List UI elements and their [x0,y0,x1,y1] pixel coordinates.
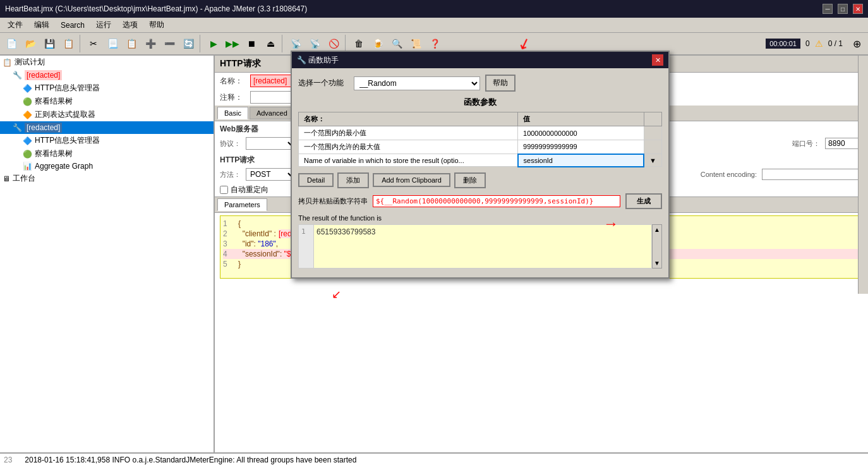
tree-item-thread-group-2[interactable]: 🔧 [redacted] [0,121,214,134]
menu-file[interactable]: 文件 [3,18,28,32]
tab-basic[interactable]: Basic [217,107,248,119]
tree-label-header-2: HTTP信息头管理器 [35,135,100,146]
function-select[interactable]: __Random [354,76,480,90]
params-section-title: 函数参数 [298,97,662,108]
redirect-checkbox[interactable] [220,186,228,194]
collapse-button[interactable]: ➖ [160,35,178,52]
tree-item-aggregate-graph[interactable]: 📊 Aggregate Graph [0,160,214,172]
add-button[interactable]: 添加 [337,172,369,188]
tree-item-test-plan[interactable]: 📋 测试计划 [0,56,214,69]
paste-button[interactable]: 📋 [123,35,140,52]
remote-stop-button[interactable]: 🚫 [325,35,342,52]
start-no-pause-button[interactable]: ▶▶ [224,35,241,52]
shutdown-button[interactable]: ⏏ [262,35,279,52]
tree-item-regex-1[interactable]: 🔶 正则表达式提取器 [0,108,214,121]
param-value-0[interactable]: 10000000000000 [518,126,644,140]
output-scrollbar[interactable]: ▲ ▼ [652,224,662,269]
json-content-2: "clientId" : [238,229,276,238]
save-as-button[interactable]: 📋 [59,35,77,52]
add-clipboard-button[interactable]: Add from Clipboard [373,173,450,187]
method-select[interactable]: POST GET [246,168,296,181]
tree-item-header-mgr-1[interactable]: 🔷 HTTP信息头管理器 [0,82,214,95]
clear-all-button[interactable]: 🍺 [369,35,387,52]
cut-button[interactable]: ✂ [85,35,102,52]
new-button[interactable]: 📄 [3,35,20,52]
param-value-2[interactable] [518,154,644,167]
stop-button[interactable]: ⏹ [243,35,260,52]
title-text: HeartBeat.jmx (C:\Users\test\Desktop\jmx… [5,4,307,13]
tree-label-header-1: HTTP信息头管理器 [35,83,100,94]
protocol-select[interactable]: http https [246,137,296,150]
left-panel: 📋 测试计划 🔧 [redacted] 🔷 HTTP信息头管理器 🟢 察看结果树… [0,56,215,452]
tree-item-header-mgr-2[interactable]: 🔷 HTTP信息头管理器 [0,134,214,147]
generate-button[interactable]: 生成 [625,193,662,209]
title-bar: HeartBeat.jmx (C:\Users\test\Desktop\jmx… [0,0,868,18]
tree-item-thread-group-1[interactable]: 🔧 [redacted] [0,69,214,82]
help-button[interactable]: ❓ [426,35,443,52]
menu-edit[interactable]: 编辑 [29,18,54,32]
tree-label-thread-2: [redacted] [25,123,62,133]
tree-icon-aggregate: 📊 [23,162,32,171]
copy-button[interactable]: 📃 [104,35,121,52]
help-dialog-button[interactable]: 帮助 [485,75,515,92]
tree-label-workbench: 工作台 [13,173,35,184]
close-button[interactable]: ✕ [853,4,863,14]
name-label: 名称： [220,76,245,87]
tab-advanced[interactable]: Advanced [250,107,294,119]
dialog-titlebar: 🔧 函数助手 ✕ [292,52,668,68]
col-value-header: 值 [518,112,644,126]
tab-parameters[interactable]: Parameters [217,198,267,211]
open-button[interactable]: 📂 [21,35,39,52]
maximize-button[interactable]: □ [838,4,848,14]
remote-engine-button[interactable]: ⊕ [848,35,865,52]
scroll-up-button[interactable]: ▲ [653,225,661,234]
param-row-1: 一个范围内允许的最大值 99999999999999 [299,140,662,154]
detail-button[interactable]: Detail [298,173,334,187]
window-controls: ─ □ ✕ [823,4,863,14]
scroll-2: ▼ [644,154,661,167]
menu-run[interactable]: 运行 [91,18,116,32]
tree-icon-thread-1: 🔧 [13,71,22,80]
session-id-input[interactable] [524,157,639,164]
encoding-input[interactable] [762,169,863,180]
expand-button[interactable]: ➕ [142,35,159,52]
warning-icon: ⚠ [815,39,823,49]
dialog-title: 🔧 函数助手 [297,55,339,66]
tree-icon-workbench: 🖥 [3,174,10,183]
select-label: 选择一个功能 [298,78,349,88]
clear-button[interactable]: 🗑 [350,35,368,52]
param-row-0: 一个范围内的最小值 10000000000000 [299,126,662,140]
tree-item-workbench[interactable]: 🖥 工作台 [0,172,214,185]
tree-label-regex-1: 正则表达式提取器 [35,109,95,120]
function-helper-button[interactable]: 🔍 [388,35,406,52]
menu-help[interactable]: 帮助 [144,18,169,32]
save-button[interactable]: 💾 [40,35,58,52]
copy-value-input[interactable] [373,195,620,207]
refresh-button[interactable]: 🔄 [179,35,197,52]
log-viewer-button[interactable]: 📜 [407,35,425,52]
param-name-2: Name of variable in which to store the r… [299,154,518,167]
remote-start-all-button[interactable]: 📡 [306,35,323,52]
menu-options[interactable]: 选项 [118,18,143,32]
port-label: 端口号： [792,139,820,148]
tree-icon-header-2: 🔷 [23,136,32,145]
tree-icon-view-1: 🟢 [23,97,32,106]
port-input[interactable] [825,138,863,149]
tree-item-view-results-1[interactable]: 🟢 察看结果树 [0,95,214,108]
result-area: 拷贝并粘贴函数字符串 生成 [298,193,662,209]
delete-button[interactable]: 删除 [454,172,486,188]
method-label: 方法： [220,170,241,179]
scroll-down-button[interactable]: ▼ [653,258,661,268]
remote-start-button[interactable]: 📡 [287,35,304,52]
tree-icon-view-2: 🟢 [23,150,32,159]
minimize-button[interactable]: ─ [823,4,833,14]
right-scrollbar[interactable] [858,56,868,294]
menu-search[interactable]: Search [56,20,90,31]
dialog-close-button[interactable]: ✕ [652,54,663,66]
function-select-row: 选择一个功能 __Random 帮助 [298,75,662,92]
log-num-23: 23 [4,456,23,464]
start-button[interactable]: ▶ [205,35,222,52]
param-value-1[interactable]: 99999999999999 [518,140,644,154]
tree-item-view-results-2[interactable]: 🟢 察看结果树 [0,147,214,160]
dialog-btn-row: Detail 添加 Add from Clipboard 删除 [298,172,662,188]
